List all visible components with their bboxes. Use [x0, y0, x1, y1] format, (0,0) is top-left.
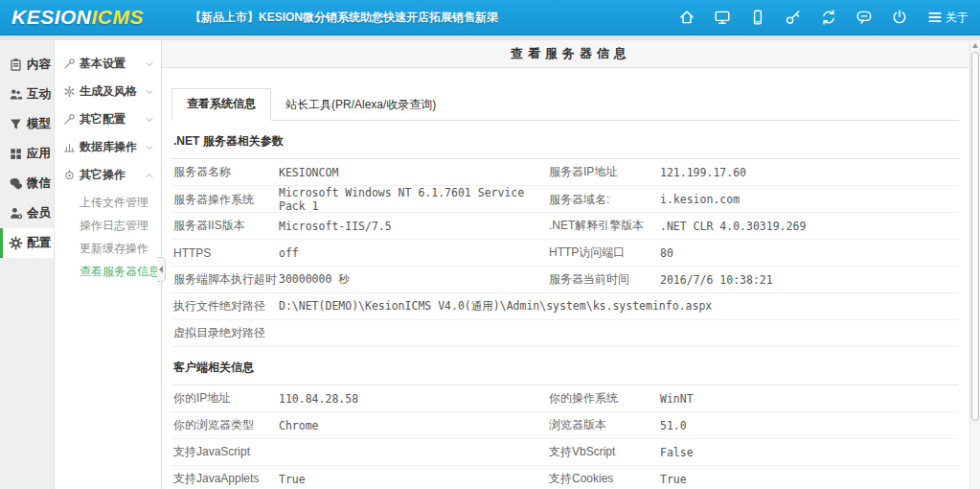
tab-system-info[interactable]: 查看系统信息	[171, 88, 271, 121]
wrench-icon	[63, 113, 76, 126]
sidebar-module-content[interactable]: 内容	[0, 50, 54, 80]
logo-text-icms: ICMS	[92, 6, 145, 28]
topbar-refresh-icon[interactable]	[820, 9, 837, 26]
sidebar-module-model[interactable]: 模型	[0, 109, 54, 139]
table-row: 你的IP地址110.84.28.58你的操作系统WinNT	[171, 385, 959, 412]
row-value: Microsoft-IIS/7.5	[279, 220, 547, 233]
module-label: 模型	[27, 116, 51, 132]
row-value: 121.199.17.60	[660, 166, 959, 179]
row-label: 执行文件绝对路径	[171, 298, 279, 314]
menu-item-other-ops[interactable]: 其它操作	[55, 161, 161, 189]
vertical-scrollbar[interactable]	[969, 40, 980, 489]
menu-item-basic-settings[interactable]: 基本设置	[55, 50, 161, 78]
module-label: 会员	[27, 205, 51, 221]
table-row: 支持JavaAppletsTrue支持CookiesTrue	[171, 466, 959, 489]
app-window: KESIONICMS 【新品上市】KESION微分销系统助您快速开店拓展销售新渠…	[0, 0, 980, 489]
content-header: 查看服务器信息	[162, 40, 980, 68]
row-label: 你的IP地址	[171, 390, 279, 407]
page-body: 内容互动模型应用微信会员配置 基本设置生成及风格其它配置数据库操作其它操作上传文…	[0, 40, 980, 489]
menu-item-database-ops[interactable]: 数据库操作	[55, 133, 161, 161]
menu-item-label: 基本设置	[80, 56, 145, 72]
topbar-key-icon[interactable]	[785, 9, 802, 26]
row-label: 你的浏览器类型	[171, 417, 279, 433]
chevron-down-icon	[145, 143, 154, 152]
module-label: 配置	[27, 235, 51, 251]
row-value: WinNT	[660, 392, 959, 406]
row-label: .NET解释引擎版本	[547, 218, 660, 234]
collapse-arrow-icon	[159, 266, 163, 273]
topbar-menu-icon[interactable]	[926, 9, 944, 26]
row-value: True	[660, 473, 959, 486]
menu-item-label: 其它配置	[80, 111, 145, 128]
table-row: 服务器名称KESIONCOM服务器IP地址121.199.17.60	[171, 159, 959, 186]
scrollbar-thumb[interactable]	[971, 52, 979, 421]
sidebar-module-member[interactable]: 会员	[0, 198, 54, 228]
pin-icon	[63, 169, 76, 181]
flower-icon	[63, 85, 76, 98]
chevron-down-icon	[145, 59, 154, 69]
sidebar-module-apps[interactable]: 应用	[0, 139, 54, 169]
user-gear-icon	[9, 206, 23, 221]
topbar: KESIONICMS 【新品上市】KESION微分销系统助您快速开店拓展销售新渠…	[0, 0, 980, 35]
sidebar-module-interact[interactable]: 互动	[0, 80, 54, 109]
submenu-item-view-server-info[interactable]: 查看服务器信息	[55, 260, 161, 283]
table-row: 支持JavaScript支持VbScriptFalse	[171, 439, 959, 466]
announcement-text: 【新品上市】KESION微分销系统助您快速开店拓展销售新渠	[190, 10, 678, 26]
module-label: 应用	[27, 146, 51, 162]
submenu-item-op-log-mgmt[interactable]: 操作日志管理	[55, 214, 161, 237]
about-link[interactable]: 关于	[946, 10, 969, 26]
section-title: .NET 服务器相关参数	[171, 121, 959, 159]
topbar-home-icon[interactable]	[678, 9, 695, 26]
chevron-up-icon	[145, 171, 154, 180]
wrench-icon	[63, 58, 76, 70]
chevron-down-icon	[145, 115, 154, 125]
menu-item-other-config[interactable]: 其它配置	[55, 105, 161, 133]
row-value: 51.0	[660, 419, 959, 432]
sidebar-collapse-handle[interactable]	[157, 257, 166, 282]
row-value: .NET CLR 4.0.30319.269	[660, 220, 959, 233]
row-value: True	[279, 473, 547, 486]
topbar-mobile-icon[interactable]	[749, 9, 766, 26]
gear-icon	[9, 236, 23, 250]
row-value: D:\NET(DEMO)\KesionICMS V4.0(通用)\Admin\s…	[279, 299, 959, 314]
row-label: 你的操作系统	[547, 390, 660, 407]
table-row: 虚拟目录绝对路径	[171, 320, 959, 347]
table-row: 服务端脚本执行超时30000000 秒服务器当前时间2016/7/6 10:38…	[171, 267, 959, 293]
row-label: 服务器IIS版本	[171, 218, 279, 234]
row-label: 服务器域名:	[547, 192, 660, 208]
kesionicms-logo[interactable]: KESIONICMS	[11, 6, 144, 29]
module-label: 内容	[27, 57, 51, 73]
topbar-comment-icon[interactable]	[855, 9, 873, 26]
menu-item-label: 生成及风格	[80, 83, 145, 100]
sidebar-module-config[interactable]: 配置	[0, 228, 54, 258]
topbar-power-icon[interactable]	[891, 9, 908, 26]
table-row: 服务器操作系统Microsoft Windows NT 6.1.7601 Ser…	[171, 186, 959, 213]
topbar-icon-group	[678, 9, 944, 26]
table-row: 你的浏览器类型Chrome浏览器版本51.0	[171, 412, 959, 439]
row-label: 服务器当前时间	[547, 271, 660, 288]
menu-item-generate-style[interactable]: 生成及风格	[55, 78, 161, 105]
sidebar-module-wechat[interactable]: 微信	[0, 169, 54, 198]
clipboard-icon	[9, 58, 23, 72]
row-value: 30000000 秒	[279, 272, 547, 287]
row-value: i.kesion.com	[660, 193, 959, 206]
row-label: HTTPS	[171, 246, 279, 260]
menu-item-label: 其它操作	[80, 167, 145, 183]
server-info-table: .NET 服务器相关参数服务器名称KESIONCOM服务器IP地址121.199…	[171, 121, 959, 489]
row-label: HTTP访问端口	[547, 244, 660, 261]
grid-icon	[9, 147, 23, 161]
submenu-item-refresh-cache[interactable]: 更新缓存操作	[55, 237, 161, 260]
logo-text-kesion: KESION	[11, 6, 92, 28]
row-value: Chrome	[279, 419, 547, 432]
tab-bar: 查看系统信息 站长工具(PR/Alexa/收录查询)	[171, 88, 959, 121]
row-value: KESIONCOM	[279, 166, 547, 179]
row-label: 服务器名称	[171, 164, 279, 180]
tab-webmaster-tools[interactable]: 站长工具(PR/Alexa/收录查询)	[271, 90, 450, 121]
submenu-other-ops: 上传文件管理操作日志管理更新缓存操作查看服务器信息	[55, 189, 161, 287]
topbar-monitor-icon[interactable]	[714, 9, 731, 26]
row-label: 虚拟目录绝对路径	[171, 325, 279, 341]
row-label: 支持Cookies	[547, 471, 660, 487]
scroll-up-arrow-icon[interactable]	[972, 43, 978, 48]
menu-item-label: 数据库操作	[80, 139, 145, 155]
submenu-item-upload-file-mgmt[interactable]: 上传文件管理	[55, 191, 161, 214]
